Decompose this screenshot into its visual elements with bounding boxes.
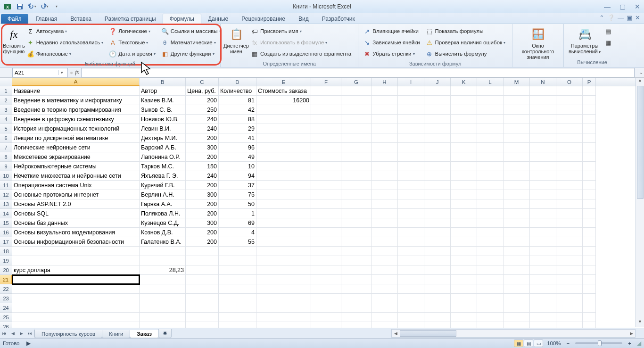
cell[interactable]: 200 (186, 199, 219, 209)
cell[interactable] (398, 162, 424, 171)
cell[interactable] (530, 247, 556, 256)
minimize-icon[interactable]: — (603, 3, 612, 10)
zoom-in-button[interactable]: + (626, 340, 633, 346)
cell[interactable] (372, 322, 398, 328)
cell[interactable]: 81 (219, 96, 256, 105)
cell[interactable] (424, 275, 451, 284)
cell[interactable] (504, 265, 530, 275)
cell[interactable] (504, 152, 530, 162)
cell[interactable] (530, 237, 556, 247)
column-header-C[interactable]: C (186, 78, 219, 86)
cell[interactable] (372, 256, 398, 265)
cell[interactable] (311, 294, 341, 303)
cell[interactable] (583, 171, 596, 181)
tab-insert[interactable]: Вставка (64, 14, 98, 24)
cell[interactable]: 28,23 (140, 265, 186, 275)
cell[interactable] (256, 133, 311, 143)
cell[interactable] (530, 96, 556, 105)
cell[interactable]: Цена, руб. (186, 86, 219, 96)
cell[interactable] (398, 265, 424, 275)
cell[interactable]: 240 (186, 115, 219, 124)
cell[interactable] (530, 303, 556, 313)
cell[interactable]: Кознов Д.В. (140, 228, 186, 237)
cell[interactable] (398, 152, 424, 162)
cell[interactable] (556, 322, 583, 328)
cell[interactable] (451, 228, 477, 237)
cell[interactable] (583, 322, 596, 328)
cell[interactable] (451, 181, 477, 190)
cell[interactable] (219, 322, 256, 328)
cell[interactable]: Введение в цифровую схемотехнику (12, 115, 140, 124)
cell[interactable] (424, 124, 451, 133)
cell[interactable] (477, 294, 504, 303)
cell[interactable] (219, 313, 256, 322)
cell[interactable] (477, 162, 504, 171)
cell[interactable] (556, 294, 583, 303)
doc-restore-icon[interactable]: ▣ (627, 14, 632, 21)
cell[interactable] (219, 284, 256, 294)
cell[interactable] (341, 143, 372, 152)
cell[interactable] (504, 190, 530, 199)
cell[interactable] (451, 209, 477, 218)
cell[interactable] (504, 199, 530, 209)
cell[interactable] (477, 303, 504, 313)
cell[interactable]: 49 (219, 152, 256, 162)
cell[interactable] (341, 284, 372, 294)
cell[interactable] (530, 133, 556, 143)
row-header[interactable]: 5 (0, 124, 12, 133)
cell[interactable] (451, 265, 477, 275)
cell[interactable] (256, 313, 311, 322)
cell[interactable] (530, 115, 556, 124)
show-formulas-button[interactable]: ⬚Показать формулы (425, 26, 508, 36)
cell[interactable] (398, 275, 424, 284)
row-header[interactable]: 22 (0, 284, 12, 294)
cell[interactable]: 1 (219, 209, 256, 218)
cell[interactable] (311, 237, 341, 247)
cell[interactable] (451, 237, 477, 247)
row-header[interactable]: 17 (0, 237, 12, 247)
cell[interactable] (256, 152, 311, 162)
cell[interactable] (530, 218, 556, 228)
cell[interactable] (372, 143, 398, 152)
cell[interactable]: Название (12, 86, 140, 96)
hscroll-thumb[interactable] (400, 330, 456, 337)
row-header[interactable]: 23 (0, 294, 12, 303)
cell[interactable] (477, 96, 504, 105)
cell[interactable] (556, 105, 583, 115)
cell[interactable]: Основы информационной безопасности (12, 237, 140, 247)
cell[interactable] (583, 124, 596, 133)
cell[interactable]: 240 (186, 171, 219, 181)
cell[interactable] (256, 237, 311, 247)
cell[interactable] (477, 115, 504, 124)
cell[interactable] (256, 162, 311, 171)
cell[interactable] (372, 218, 398, 228)
row-header[interactable]: 20 (0, 265, 12, 275)
cell[interactable] (530, 275, 556, 284)
cell[interactable] (186, 247, 219, 256)
cell[interactable] (583, 313, 596, 322)
cell[interactable] (398, 218, 424, 228)
cell[interactable] (451, 284, 477, 294)
cell[interactable] (398, 86, 424, 96)
qat-customize-icon[interactable]: ▾ (51, 1, 62, 12)
cell[interactable] (556, 256, 583, 265)
cell[interactable]: 10 (219, 162, 256, 171)
column-header-L[interactable]: L (477, 78, 504, 86)
cell[interactable] (424, 181, 451, 190)
cell[interactable] (256, 256, 311, 265)
cell[interactable] (12, 294, 140, 303)
cell[interactable] (219, 265, 256, 275)
cell[interactable]: Лекции по дискретной математике (12, 133, 140, 143)
evaluate-formula-button[interactable]: ⊕Вычислить формулу (425, 49, 508, 59)
cell[interactable] (451, 152, 477, 162)
cell[interactable]: 300 (186, 218, 219, 228)
cell[interactable] (477, 322, 504, 328)
cell[interactable]: Основы визуального моделирования (12, 228, 140, 237)
row-header[interactable]: 18 (0, 247, 12, 256)
zoom-slider[interactable] (575, 342, 622, 344)
create-from-selection-button[interactable]: ▦Создать из выделенного фрагмента (250, 49, 354, 59)
cell[interactable]: Нейрокомпьютерные системы (12, 162, 140, 171)
zoom-thumb[interactable] (598, 340, 602, 346)
cell[interactable] (583, 228, 596, 237)
cell[interactable]: Кузнецов С.Д. (140, 218, 186, 228)
